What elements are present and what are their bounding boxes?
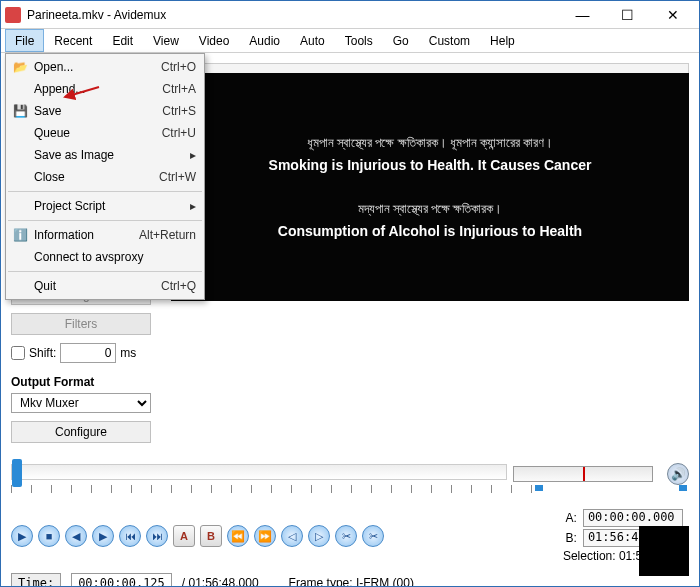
video-tabs — [171, 63, 689, 73]
video-preview: ধূমপান স্বাস্থ্যের পক্ষে ক্ষতিকারক। ধূমপ… — [171, 73, 689, 301]
set-a-button[interactable]: A — [173, 525, 195, 547]
menu-audio[interactable]: Audio — [239, 29, 290, 52]
menu-file[interactable]: File — [5, 29, 44, 52]
audio-filters-button[interactable]: Filters — [11, 313, 151, 335]
b-label: B: — [563, 531, 577, 545]
subtitle-en-1: Smoking is Injurious to Health. It Cause… — [269, 157, 592, 173]
black-box — [639, 526, 689, 576]
output-format-label: Output Format — [11, 375, 161, 389]
menu-save-as-image[interactable]: Save as Image▸ — [6, 144, 204, 166]
save-icon: 💾 — [12, 103, 28, 119]
close-button[interactable]: ✕ — [650, 1, 695, 29]
subtitle-bn-2: মদ্যপান স্বাস্থ্যের পক্ষে ক্ষতিকারক। — [358, 201, 503, 217]
prev-cut-button[interactable]: ✂ — [335, 525, 357, 547]
title-bar: Parineeta.mkv - Avidemux — ☐ ✕ — [1, 1, 699, 29]
minimize-button[interactable]: — — [560, 1, 605, 29]
prev-black-button[interactable]: ◁ — [281, 525, 303, 547]
stop-button[interactable]: ■ — [38, 525, 60, 547]
goto-a-button[interactable]: ⏪ — [227, 525, 249, 547]
timeline-track[interactable] — [11, 464, 507, 480]
prev-frame-button[interactable]: ◀ — [65, 525, 87, 547]
next-black-button[interactable]: ▷ — [308, 525, 330, 547]
menu-append[interactable]: Append...Ctrl+A — [6, 78, 204, 100]
open-icon: 📂 — [12, 59, 28, 75]
shift-input[interactable] — [60, 343, 116, 363]
menu-recent[interactable]: Recent — [44, 29, 102, 52]
next-keyframe-button[interactable]: ⏭ — [146, 525, 168, 547]
timeline-cursor[interactable] — [12, 459, 22, 487]
shift-ms: ms — [120, 346, 136, 360]
menu-open[interactable]: 📂Open...Ctrl+O — [6, 56, 204, 78]
goto-b-button[interactable]: ⏩ — [254, 525, 276, 547]
speaker-icon[interactable]: 🔊 — [667, 463, 689, 485]
menu-save[interactable]: 💾SaveCtrl+S — [6, 100, 204, 122]
maximize-button[interactable]: ☐ — [605, 1, 650, 29]
subtitle-en-2: Consumption of Alcohol is Injurious to H… — [278, 223, 582, 239]
prev-keyframe-button[interactable]: ⏮ — [119, 525, 141, 547]
cue-a — [535, 485, 543, 491]
next-cut-button[interactable]: ✂ — [362, 525, 384, 547]
app-icon — [5, 7, 21, 23]
menu-quit[interactable]: QuitCtrl+Q — [6, 275, 204, 297]
shift-checkbox[interactable] — [11, 346, 25, 360]
timeline-ticks — [11, 485, 533, 493]
menu-project-script[interactable]: Project Script▸ — [6, 195, 204, 217]
menu-auto[interactable]: Auto — [290, 29, 335, 52]
time-total: / 01:56:48.000 — [182, 576, 259, 587]
menu-custom[interactable]: Custom — [419, 29, 480, 52]
menu-go[interactable]: Go — [383, 29, 419, 52]
playback-controls: ▶ ■ ◀ ▶ ⏮ ⏭ A B ⏪ ⏩ ◁ ▷ ✂ ✂ A:00:00:00.0… — [1, 503, 699, 569]
menu-bar: File Recent Edit View Video Audio Auto T… — [1, 29, 699, 53]
menu-video[interactable]: Video — [189, 29, 239, 52]
menu-tools[interactable]: Tools — [335, 29, 383, 52]
menu-edit[interactable]: Edit — [102, 29, 143, 52]
video-panel: ধূমপান স্বাস্থ্যের পক্ষে ক্ষতিকারক। ধূমপ… — [171, 63, 689, 443]
muxer-select[interactable]: Mkv Muxer — [11, 393, 151, 413]
menu-help[interactable]: Help — [480, 29, 525, 52]
subtitle-bn-1: ধূমপান স্বাস্থ্যের পক্ষে ক্ষতিকারক। ধূমপ… — [307, 135, 554, 151]
play-button[interactable]: ▶ — [11, 525, 33, 547]
muxer-configure-button[interactable]: Configure — [11, 421, 151, 443]
set-b-button[interactable]: B — [200, 525, 222, 547]
window-title: Parineeta.mkv - Avidemux — [27, 8, 560, 22]
shift-label: Shift: — [29, 346, 56, 360]
status-row: Time: 00:00:00.125 / 01:56:48.000 Frame … — [1, 569, 699, 587]
cue-b — [679, 485, 687, 491]
time-current[interactable]: 00:00:00.125 — [71, 573, 172, 587]
file-menu-dropdown: 📂Open...Ctrl+O Append...Ctrl+A 💾SaveCtrl… — [5, 53, 205, 300]
frame-type: Frame type: I-FRM (00) — [289, 576, 414, 587]
timeline: 🔊 — [1, 453, 699, 503]
time-label: Time: — [11, 573, 61, 587]
vu-meter — [513, 466, 653, 482]
menu-connect-avsproxy[interactable]: Connect to avsproxy — [6, 246, 204, 268]
a-value: 00:00:00.000 — [583, 509, 683, 527]
menu-queue[interactable]: QueueCtrl+U — [6, 122, 204, 144]
next-frame-button[interactable]: ▶ — [92, 525, 114, 547]
menu-view[interactable]: View — [143, 29, 189, 52]
info-icon: ℹ️ — [12, 227, 28, 243]
menu-information[interactable]: ℹ️InformationAlt+Return — [6, 224, 204, 246]
menu-close[interactable]: CloseCtrl+W — [6, 166, 204, 188]
a-label: A: — [563, 511, 577, 525]
